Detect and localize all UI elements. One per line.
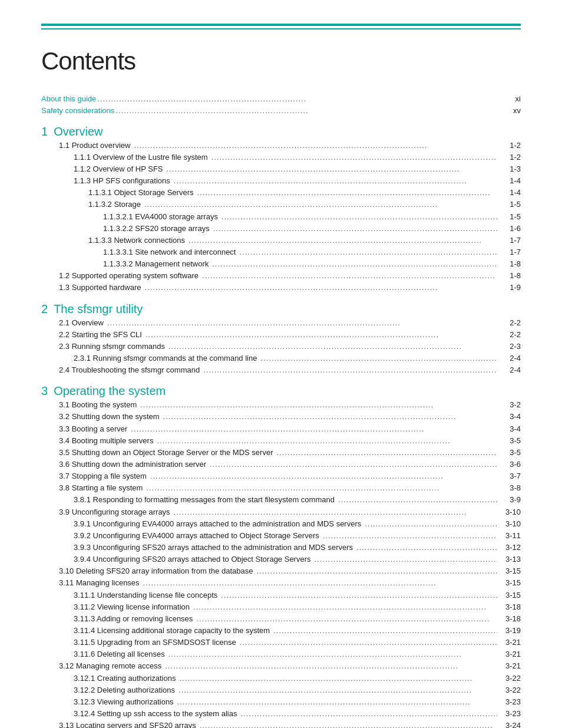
about-dots: ........................................… bbox=[97, 93, 497, 105]
toc-label-1-1-3-2-1: 1.1.3.2.1 EVA4000 storage arrays bbox=[103, 211, 218, 223]
toc-dots-3-6: ........................................… bbox=[210, 459, 497, 470]
toc-entry-3-11: 3.11 Managing licenses..................… bbox=[41, 577, 521, 589]
about-page: xi bbox=[498, 93, 521, 105]
toc-label-1-1-3-2: 1.1.3.2 Storage bbox=[88, 199, 141, 210]
toc-label-3-11-2: 3.11.2 Viewing license information bbox=[74, 601, 190, 613]
toc-chapters: 1Overview1.1 Product overview...........… bbox=[41, 125, 521, 728]
toc-entry-3-11-6: 3.11.6 Deleting all licenses............… bbox=[41, 648, 521, 660]
safety-dots: ........................................… bbox=[115, 105, 497, 117]
toc-entry-3-6: 3.6 Shutting down the administration ser… bbox=[41, 459, 521, 470]
toc-label-2-4: 2.4 Troubleshooting the sfsmgr command bbox=[59, 364, 200, 376]
toc-entry-3-11-1: 3.11.1 Understanding license file concep… bbox=[41, 589, 521, 601]
toc-page-1-1-3-2-2: 1-6 bbox=[498, 223, 521, 235]
toc-page-3-9-3: 3-12 bbox=[498, 542, 521, 554]
toc-dots-3-9-3: ........................................… bbox=[356, 542, 497, 554]
toc-label-2-1: 2.1 Overview bbox=[59, 317, 104, 329]
toc-page-3-11-6: 3-21 bbox=[498, 648, 521, 660]
toc-dots-2-1: ........................................… bbox=[107, 317, 497, 329]
toc-label-3-9-1: 3.9.1 Unconfiguring EVA4000 arrays attac… bbox=[74, 518, 361, 530]
toc-page-3-11-4: 3-19 bbox=[498, 625, 521, 637]
toc-entry-1-1-3-1: 1.1.3.1 Object Storage Servers..........… bbox=[41, 187, 521, 199]
toc-entry-3-8: 3.8 Starting a file system..............… bbox=[41, 482, 521, 494]
toc-label-2-3-1: 2.3.1 Running sfsmgr commands at the com… bbox=[74, 353, 257, 364]
toc-entry-3-1: 3.1 Booting the system..................… bbox=[41, 399, 521, 411]
toc-page-3-13: 3-24 bbox=[498, 720, 521, 728]
toc-entry-1-3: 1.3 Supported hardware..................… bbox=[41, 282, 521, 294]
chapter-heading-1: 1Overview bbox=[41, 125, 521, 139]
toc-dots-3-12-3: ........................................… bbox=[177, 696, 497, 708]
toc-page-3-11-3: 3-18 bbox=[498, 613, 521, 625]
toc-page-1-2: 1-8 bbox=[498, 270, 521, 282]
page: Contents About this guide ..............… bbox=[0, 0, 562, 728]
page-title: Contents bbox=[41, 47, 521, 75]
toc-dots-3-11-6: ........................................… bbox=[168, 648, 497, 660]
chapter-title-3: Operating the system bbox=[54, 384, 166, 398]
toc-page-1-1-3-2-1: 1-5 bbox=[498, 211, 521, 223]
chapter-title-1: Overview bbox=[54, 125, 103, 139]
toc-entry-3-3: 3.3 Booting a server....................… bbox=[41, 423, 521, 435]
toc-label-2-3: 2.3 Running sfsmgr commands bbox=[59, 341, 165, 353]
toc-entry-1-1-3-3-2: 1.1.3.3.2 Management network............… bbox=[41, 258, 521, 270]
toc-label-1-1-1: 1.1.1 Overview of the Lustre file system bbox=[74, 151, 208, 163]
chapter-heading-2: 2The sfsmgr utility bbox=[41, 302, 521, 316]
toc-page-2-4: 2-4 bbox=[498, 364, 521, 376]
about-link[interactable]: About this guide bbox=[41, 94, 96, 103]
toc-label-3-3: 3.3 Booting a server bbox=[59, 423, 127, 435]
toc-entry-1-2: 1.2 Supported operating system software.… bbox=[41, 270, 521, 282]
toc-entry-3-11-2: 3.11.2 Viewing license information......… bbox=[41, 601, 521, 613]
safety-label[interactable]: Safety considerations bbox=[41, 105, 114, 117]
safety-link[interactable]: Safety considerations bbox=[41, 106, 114, 115]
toc-label-3-9-4: 3.9.4 Unconfiguring SFS20 arrays attache… bbox=[74, 554, 311, 565]
toc-entry-3-11-3: 3.11.3 Adding or removing licenses......… bbox=[41, 613, 521, 625]
toc-page-3-11-5: 3-21 bbox=[498, 637, 521, 648]
toc-entry-3-12-4: 3.12.4 Setting up ssh access to the syst… bbox=[41, 708, 521, 720]
toc-label-3-1: 3.1 Booting the system bbox=[59, 399, 137, 411]
toc-label-3-12-4: 3.12.4 Setting up ssh access to the syst… bbox=[74, 708, 237, 720]
toc-label-2-2: 2.2 Starting the SFS CLI bbox=[59, 329, 142, 341]
toc-entry-2-2: 2.2 Starting the SFS CLI................… bbox=[41, 329, 521, 341]
toc-entry-3-12-1: 3.12.1 Creating authorizations..........… bbox=[41, 673, 521, 684]
toc-dots-3-11-1: ........................................… bbox=[221, 589, 497, 601]
toc-page-1-1-3: 1-4 bbox=[498, 175, 521, 187]
toc-label-1-1-3-2-2: 1.1.3.2.2 SFS20 storage arrays bbox=[103, 223, 210, 235]
toc-entry-2-1: 2.1 Overview............................… bbox=[41, 317, 521, 329]
toc-page-1-1-3-3: 1-7 bbox=[498, 235, 521, 246]
toc-entry-3-9: 3.9 Unconfiguring storage arrays........… bbox=[41, 506, 521, 518]
toc-dots-1-1-3-2-2: ........................................… bbox=[213, 223, 497, 235]
toc-label-3-2: 3.2 Shutting down the system bbox=[59, 411, 160, 423]
toc-entry-3-13: 3.13 Locating servers and SFS20 arrays..… bbox=[41, 720, 521, 728]
toc-entry-3-12: 3.12 Managing remote access.............… bbox=[41, 660, 521, 672]
toc-entry-1-1-2: 1.1.2 Overview of HP SFS................… bbox=[41, 163, 521, 175]
toc-dots-3-13: ........................................… bbox=[200, 720, 497, 728]
toc-label-1-1-3-3: 1.1.3.3 Network connections bbox=[88, 235, 185, 246]
toc-label-3-12: 3.12 Managing remote access bbox=[59, 660, 161, 672]
toc-entry-1-1-3-2-1: 1.1.3.2.1 EVA4000 storage arrays........… bbox=[41, 211, 521, 223]
toc-label-1-1-3-3-2: 1.1.3.3.2 Management network bbox=[103, 258, 209, 270]
toc-page-1-1-2: 1-3 bbox=[498, 163, 521, 175]
toc-label-3-9-2: 3.9.2 Unconfiguring EVA4000 arrays attac… bbox=[74, 530, 319, 542]
toc-label-3-12-1: 3.12.1 Creating authorizations bbox=[74, 673, 176, 684]
toc-page-3-8: 3-8 bbox=[498, 482, 521, 494]
toc-dots-3-11: ........................................… bbox=[143, 577, 497, 589]
toc-entry-3-9-2: 3.9.2 Unconfiguring EVA4000 arrays attac… bbox=[41, 530, 521, 542]
toc-label-1-1-3-3-1: 1.1.3.3.1 Site network and interconnect bbox=[103, 246, 236, 258]
toc-page-3-2: 3-4 bbox=[498, 411, 521, 423]
toc-dots-1-1-3-3-2: ........................................… bbox=[212, 258, 497, 270]
toc-label-3-8: 3.8 Starting a file system bbox=[59, 482, 143, 494]
toc-dots-2-4: ........................................… bbox=[203, 364, 497, 376]
chapter-num-2: 2 bbox=[41, 302, 48, 316]
toc-dots-1-1: ........................................… bbox=[134, 140, 497, 151]
toc-entry-2-4: 2.4 Troubleshooting the sfsmgr command..… bbox=[41, 364, 521, 376]
toc-page-2-1: 2-2 bbox=[498, 317, 521, 329]
about-label[interactable]: About this guide bbox=[41, 93, 96, 105]
chapter-num-1: 1 bbox=[41, 125, 48, 139]
toc-dots-3-10: ........................................… bbox=[257, 565, 497, 577]
preamble-section: About this guide .......................… bbox=[41, 93, 521, 117]
toc-dots-3-12-1: ........................................… bbox=[179, 673, 497, 684]
toc-entry-2-3-1: 2.3.1 Running sfsmgr commands at the com… bbox=[41, 353, 521, 364]
toc-page-3-9-1: 3-10 bbox=[498, 518, 521, 530]
toc-dots-3-8-1: ........................................… bbox=[338, 494, 497, 506]
toc-dots-2-2: ........................................… bbox=[146, 329, 497, 341]
toc-page-3-10: 3-15 bbox=[498, 565, 521, 577]
toc-page-3-12: 3-21 bbox=[498, 660, 521, 672]
